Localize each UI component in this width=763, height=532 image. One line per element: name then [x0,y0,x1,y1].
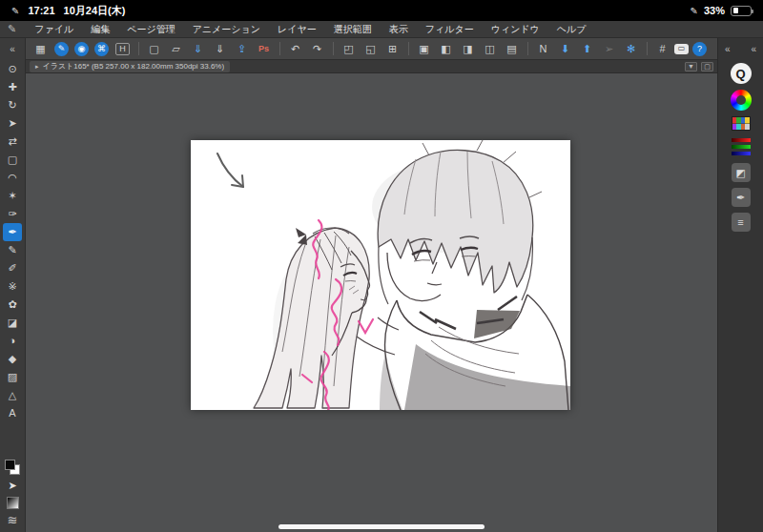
scale-transform-icon[interactable]: ◱ [361,40,381,57]
waves-icon[interactable]: ≋ [8,514,18,526]
selection-tool[interactable]: ▢ [3,151,22,169]
command-glyph: ➢ [605,44,613,54]
command-glyph: N [540,44,547,54]
canvas-area[interactable] [26,73,717,532]
undo-icon[interactable]: ↶ [285,40,305,57]
operation-tool[interactable]: ➤ [3,114,22,133]
brush-tool[interactable]: ✐ [3,259,22,277]
collapse-dock-right-icon[interactable]: « [751,44,756,54]
lasso-tool[interactable]: ◠ [3,169,22,187]
layer-down-icon[interactable]: ⬇ [555,40,575,57]
psd-export-icon[interactable]: Ps [254,40,274,57]
pencil-tool[interactable]: ✎ [3,241,22,259]
control-glyph: ▢ [704,63,711,71]
command-glyph: ⬆ [583,44,591,54]
eyedropper-tool[interactable]: ✑ [3,205,22,223]
zoom-tool[interactable]: ⊙ [3,60,22,78]
workspace-layout-icon[interactable]: ▦ [31,40,51,57]
rotate-canvas-tool[interactable]: ↻ [3,96,22,114]
shortcut-keys-icon[interactable]: ⌘ [94,42,109,56]
open-file-icon[interactable]: ▱ [166,40,186,57]
snap-settings-icon[interactable]: ▤ [502,40,522,57]
command-glyph: ⬇ [561,44,569,54]
foreground-color-swatch[interactable] [5,460,15,470]
flip-canvas-icon[interactable]: ◧ [436,40,456,57]
battery-tip [752,10,753,13]
eraser-tool[interactable]: ◪ [3,314,22,332]
mesh-transform-icon[interactable]: ⊞ [382,40,402,57]
command-glyph: ⇓ [216,44,224,54]
menu-animation[interactable]: アニメーション [184,23,269,36]
menu-layer[interactable]: レイヤー [269,23,325,36]
collapse-dock-left-icon[interactable]: « [725,44,731,54]
crop-view-icon[interactable]: ◫ [480,40,500,57]
fill-tool[interactable]: ◆ [3,350,22,368]
menu-edit[interactable]: 編集 [82,23,118,36]
tool-palette: « ⊙✚↻➤⇄▢◠✶✑✒✎✐※✿◪◑◆▨△A ➤ ≋ [0,38,26,532]
tool-glyph: ⊙ [8,64,16,74]
control-glyph: ▼ [688,63,694,70]
save-as-icon[interactable]: ⇓ [210,40,230,57]
command-glyph: ◨ [463,44,472,54]
collapse-tool-strip-icon[interactable]: « [10,38,15,60]
pen-tool[interactable]: ✒ [3,223,22,241]
gradient-chip-icon[interactable] [7,497,19,509]
move-canvas-tool[interactable]: ✚ [3,78,22,96]
new-file-icon[interactable]: ▢ [144,40,164,57]
menu-page-management[interactable]: ページ管理 [118,23,183,36]
redo-icon[interactable]: ↷ [307,40,327,57]
hide-interface-icon[interactable]: H [115,43,130,55]
help-icon[interactable]: ? [692,42,707,56]
color-slider-icon[interactable] [732,136,751,157]
gradient-tool[interactable]: ▨ [3,368,22,386]
effect-icon[interactable]: ✻ [621,40,641,57]
free-transform-icon[interactable]: ◰ [339,40,359,57]
command-glyph: Ps [258,45,269,53]
tool-glyph: ▢ [8,154,17,165]
color-set-icon[interactable] [732,116,751,131]
decoration-tool[interactable]: ✿ [3,296,22,314]
figure-tool[interactable]: △ [3,386,22,404]
canvas-panel-icon[interactable]: ▣ [414,40,434,57]
sub-tool-panel-icon[interactable]: ✒ [732,188,751,207]
document-tab[interactable]: ▸ イラスト165* (B5 257.00 x 182.00mm 350dpi … [30,61,230,72]
auto-select-tool[interactable]: ✶ [3,187,22,205]
airbrush-tool[interactable]: ※ [3,277,22,296]
export-icon[interactable]: ⇪ [232,40,252,57]
blend-tool[interactable]: ◑ [3,332,22,350]
menu-filter[interactable]: フィルター [417,23,483,36]
brush-size-panel-icon[interactable]: ≡ [732,213,751,232]
grid-toggle-icon[interactable]: # [652,40,672,57]
color-wheel-icon[interactable] [731,90,752,111]
command-glyph: ▦ [35,44,45,54]
cursor-arrow-icon[interactable]: ➤ [8,480,16,492]
quick-access-icon[interactable]: Q [731,63,752,84]
presentation-icon[interactable]: ▭ [674,44,689,54]
save-icon[interactable]: ⇓ [188,40,208,57]
touch-gesture-icon[interactable]: ◉ [74,42,89,56]
menu-view[interactable]: 表示 [381,23,417,36]
menu-selection[interactable]: 選択範囲 [325,23,381,36]
publish-icon[interactable]: ➢ [599,40,619,57]
rotate-view-icon[interactable]: ◨ [458,40,478,57]
panel-glyph: ✒ [736,193,745,203]
canvas-document[interactable] [191,140,570,410]
color-swatch-pair[interactable] [5,460,20,475]
toolbar-separator [134,42,139,55]
layer-blend-icon[interactable]: N [533,40,553,57]
menu-help[interactable]: ヘルプ [548,23,595,36]
layer-up-icon[interactable]: ⬆ [577,40,597,57]
pen-settings-icon[interactable]: ✎ [54,42,69,56]
battery-fill [733,8,739,13]
tab-detach-icon[interactable]: ▢ [701,62,713,72]
menu-file[interactable]: ファイル [26,23,82,36]
command-glyph: ⌘ [97,45,106,53]
tool-glyph: ✶ [8,191,16,201]
menu-window[interactable]: ウィンドウ [483,23,548,36]
material-panel-icon[interactable]: ◩ [732,163,751,182]
home-indicator[interactable] [278,524,485,529]
tab-dropdown-icon[interactable]: ▼ [685,62,697,72]
app-pen-icon[interactable]: ✎ [8,23,16,35]
layer-move-tool[interactable]: ⇄ [3,133,22,151]
text-tool[interactable]: A [3,404,22,422]
